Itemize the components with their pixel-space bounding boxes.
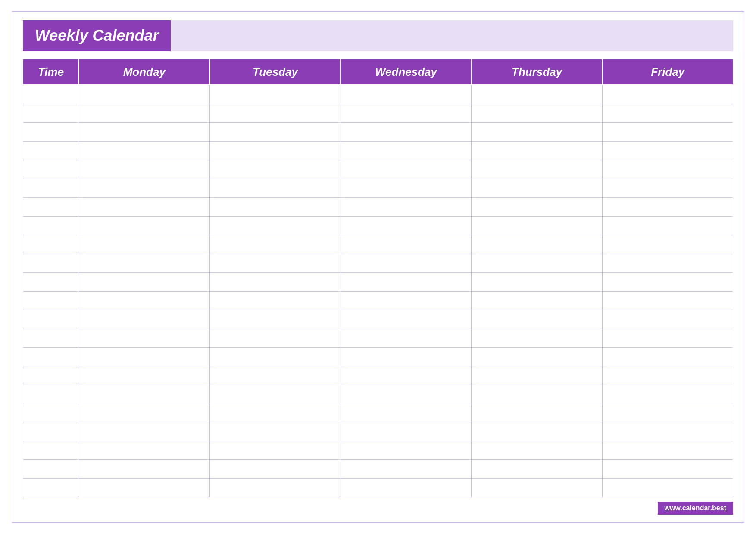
table-cell[interactable] <box>603 479 733 497</box>
table-cell[interactable] <box>603 198 733 216</box>
table-cell[interactable] <box>472 329 602 348</box>
table-cell[interactable] <box>23 85 79 104</box>
table-cell[interactable] <box>23 198 79 216</box>
table-cell[interactable] <box>472 292 602 310</box>
table-cell[interactable] <box>603 142 733 160</box>
table-cell[interactable] <box>23 310 79 329</box>
table-cell[interactable] <box>79 254 210 273</box>
table-cell[interactable] <box>23 292 79 310</box>
table-cell[interactable] <box>79 160 210 179</box>
table-cell[interactable] <box>23 179 79 198</box>
table-cell[interactable] <box>79 235 210 254</box>
table-cell[interactable] <box>341 441 472 460</box>
table-cell[interactable] <box>79 366 210 385</box>
table-cell[interactable] <box>210 160 341 179</box>
table-cell[interactable] <box>210 142 341 160</box>
table-cell[interactable] <box>341 160 472 179</box>
table-cell[interactable] <box>23 235 79 254</box>
table-cell[interactable] <box>210 104 341 123</box>
table-cell[interactable] <box>79 310 210 329</box>
table-cell[interactable] <box>472 160 602 179</box>
table-cell[interactable] <box>472 217 602 235</box>
table-cell[interactable] <box>79 422 210 441</box>
table-cell[interactable] <box>472 366 602 385</box>
table-cell[interactable] <box>472 441 602 460</box>
table-cell[interactable] <box>341 460 472 478</box>
table-cell[interactable] <box>210 292 341 310</box>
table-cell[interactable] <box>341 310 472 329</box>
table-cell[interactable] <box>210 460 341 478</box>
table-cell[interactable] <box>79 198 210 216</box>
table-cell[interactable] <box>23 385 79 404</box>
table-cell[interactable] <box>472 385 602 404</box>
table-cell[interactable] <box>341 123 472 141</box>
table-cell[interactable] <box>23 479 79 497</box>
table-cell[interactable] <box>79 104 210 123</box>
table-cell[interactable] <box>472 254 602 273</box>
table-cell[interactable] <box>603 273 733 291</box>
table-cell[interactable] <box>79 385 210 404</box>
table-cell[interactable] <box>79 217 210 235</box>
table-cell[interactable] <box>603 441 733 460</box>
table-cell[interactable] <box>472 348 602 366</box>
table-cell[interactable] <box>210 441 341 460</box>
table-cell[interactable] <box>210 254 341 273</box>
table-cell[interactable] <box>79 273 210 291</box>
table-cell[interactable] <box>603 123 733 141</box>
table-cell[interactable] <box>210 179 341 198</box>
table-cell[interactable] <box>603 460 733 478</box>
table-cell[interactable] <box>341 422 472 441</box>
table-cell[interactable] <box>79 460 210 478</box>
table-cell[interactable] <box>603 366 733 385</box>
table-cell[interactable] <box>79 404 210 422</box>
table-cell[interactable] <box>472 310 602 329</box>
table-cell[interactable] <box>472 273 602 291</box>
table-cell[interactable] <box>341 404 472 422</box>
table-cell[interactable] <box>472 479 602 497</box>
table-cell[interactable] <box>341 273 472 291</box>
table-cell[interactable] <box>472 422 602 441</box>
table-cell[interactable] <box>603 348 733 366</box>
table-cell[interactable] <box>23 422 79 441</box>
table-cell[interactable] <box>79 142 210 160</box>
table-cell[interactable] <box>603 404 733 422</box>
table-cell[interactable] <box>472 198 602 216</box>
table-cell[interactable] <box>603 310 733 329</box>
table-cell[interactable] <box>210 422 341 441</box>
table-cell[interactable] <box>341 217 472 235</box>
table-cell[interactable] <box>603 235 733 254</box>
table-cell[interactable] <box>472 179 602 198</box>
table-cell[interactable] <box>23 123 79 141</box>
table-cell[interactable] <box>341 142 472 160</box>
table-cell[interactable] <box>603 85 733 104</box>
table-cell[interactable] <box>341 235 472 254</box>
table-cell[interactable] <box>79 292 210 310</box>
table-cell[interactable] <box>210 479 341 497</box>
table-cell[interactable] <box>341 85 472 104</box>
table-cell[interactable] <box>341 479 472 497</box>
table-cell[interactable] <box>79 85 210 104</box>
table-cell[interactable] <box>79 348 210 366</box>
table-cell[interactable] <box>210 385 341 404</box>
table-cell[interactable] <box>472 123 602 141</box>
table-cell[interactable] <box>23 404 79 422</box>
table-cell[interactable] <box>472 404 602 422</box>
table-cell[interactable] <box>23 366 79 385</box>
table-cell[interactable] <box>472 85 602 104</box>
table-cell[interactable] <box>23 104 79 123</box>
table-cell[interactable] <box>23 348 79 366</box>
table-cell[interactable] <box>341 385 472 404</box>
table-cell[interactable] <box>210 217 341 235</box>
table-cell[interactable] <box>23 160 79 179</box>
table-cell[interactable] <box>341 179 472 198</box>
table-cell[interactable] <box>341 329 472 348</box>
table-cell[interactable] <box>341 198 472 216</box>
table-cell[interactable] <box>210 85 341 104</box>
table-cell[interactable] <box>472 104 602 123</box>
table-cell[interactable] <box>79 329 210 348</box>
table-cell[interactable] <box>210 123 341 141</box>
footer-link[interactable]: www.calendar.best <box>658 502 733 515</box>
table-cell[interactable] <box>79 479 210 497</box>
table-cell[interactable] <box>603 422 733 441</box>
table-cell[interactable] <box>79 179 210 198</box>
